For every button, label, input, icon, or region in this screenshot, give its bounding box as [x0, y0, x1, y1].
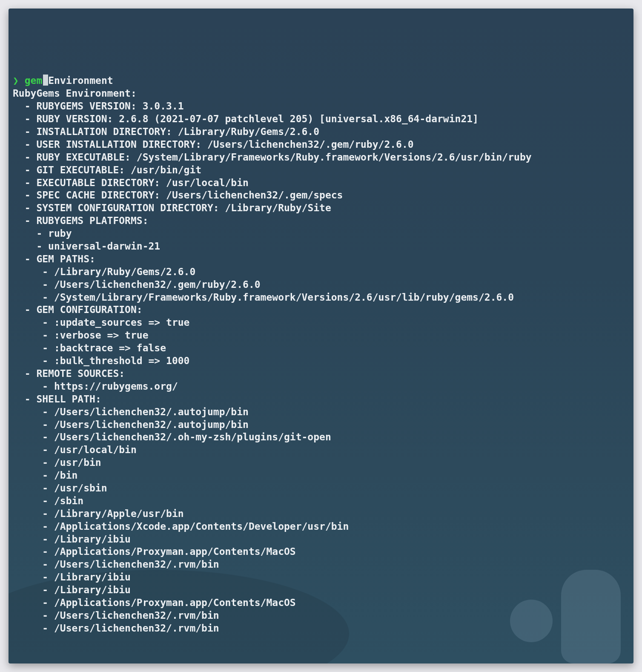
- kv-value: 2.6.8 (2021-07-07 patchlevel 205) [unive…: [119, 113, 479, 124]
- list-item: /Users/lichenchen32/.rvm/bin: [54, 559, 219, 570]
- section-label: RUBYGEMS PLATFORMS: [36, 215, 142, 226]
- kv-value: /Library/Ruby/Site: [225, 202, 331, 213]
- list-item: universal-darwin-21: [48, 241, 160, 252]
- list-item: /Applications/Xcode.app/Contents/Develop…: [54, 521, 349, 532]
- list-item: /Users/lichenchen32/.gem/ruby/2.6.0: [54, 279, 261, 290]
- kv-value: 3.0.3.1: [143, 101, 184, 112]
- terminal-content: ❯ gemEnvironment RubyGems Environment: -…: [13, 75, 629, 635]
- list-item: /sbin: [54, 495, 83, 506]
- list-item: :verbose => true: [54, 330, 149, 341]
- list-item: :bulk_threshold => 1000: [54, 355, 190, 366]
- list-item: /Library/ibiu: [54, 571, 131, 583]
- list-item: /Users/lichenchen32/.autojump/bin: [54, 406, 249, 417]
- kv-label: EXECUTABLE DIRECTORY: [36, 177, 154, 188]
- kv-label: RUBY EXECUTABLE: [36, 152, 125, 163]
- list-item: /Users/lichenchen32/.rvm/bin: [54, 623, 219, 634]
- prompt-caret: ❯: [13, 75, 19, 86]
- output-header: RubyGems Environment:: [13, 88, 137, 99]
- list-item: /usr/sbin: [54, 482, 107, 494]
- section-label: GEM PATHS: [36, 253, 89, 264]
- list-item: /bin: [54, 470, 77, 481]
- text-cursor: [43, 75, 48, 86]
- list-item: /usr/local/bin: [54, 444, 137, 455]
- kv-label: SYSTEM CONFIGURATION DIRECTORY: [36, 202, 213, 213]
- section-label: SHELL PATH: [36, 393, 95, 405]
- kv-label: GIT EXECUTABLE: [36, 164, 119, 175]
- kv-value: /usr/local/bin: [166, 177, 249, 188]
- list-item: /Users/lichenchen32/.autojump/bin: [54, 419, 249, 430]
- list-item: /Library/Ruby/Gems/2.6.0: [54, 266, 195, 277]
- list-item: :update_sources => true: [54, 317, 190, 328]
- kv-label: SPEC CACHE DIRECTORY: [36, 190, 154, 201]
- kv-value: /Users/lichenchen32/.gem/ruby/2.6.0: [207, 139, 414, 150]
- list-item: :backtrace => false: [54, 342, 166, 353]
- list-item: /Applications/Proxyman.app/Contents/MacO…: [54, 597, 296, 608]
- list-item: https://rubygems.org/: [54, 381, 178, 392]
- kv-value: /Users/lichenchen32/.gem/specs: [166, 190, 343, 201]
- list-item: /Users/lichenchen32/.rvm/bin: [54, 610, 219, 621]
- list-item: /System/Library/Frameworks/Ruby.framewor…: [54, 292, 514, 303]
- terminal-window[interactable]: ❯ gemEnvironment RubyGems Environment: -…: [9, 9, 633, 663]
- list-item: /Users/lichenchen32/.oh-my-zsh/plugins/g…: [54, 431, 331, 442]
- list-item: /Library/ibiu: [54, 584, 131, 595]
- list-item: /Applications/Proxyman.app/Contents/MacO…: [54, 546, 296, 557]
- kv-value: /usr/bin/git: [131, 164, 201, 175]
- section-label: GEM CONFIGURATION: [36, 304, 136, 315]
- list-item: ruby: [48, 228, 72, 239]
- kv-label: USER INSTALLATION DIRECTORY: [36, 139, 195, 150]
- kv-value: /Library/Ruby/Gems/2.6.0: [178, 126, 319, 137]
- kv-label: RUBY VERSION: [36, 113, 107, 124]
- list-item: /usr/bin: [54, 457, 101, 468]
- kv-label: RUBYGEMS VERSION: [36, 101, 131, 112]
- list-item: /Library/Apple/usr/bin: [54, 508, 184, 519]
- kv-value: /System/Library/Frameworks/Ruby.framewor…: [137, 152, 532, 163]
- prompt-command: gem: [25, 75, 43, 86]
- list-item: /Library/ibiu: [54, 534, 131, 545]
- kv-label: INSTALLATION DIRECTORY: [36, 126, 166, 137]
- prompt-arg: Environment: [48, 75, 113, 86]
- section-label: REMOTE SOURCES: [36, 368, 119, 379]
